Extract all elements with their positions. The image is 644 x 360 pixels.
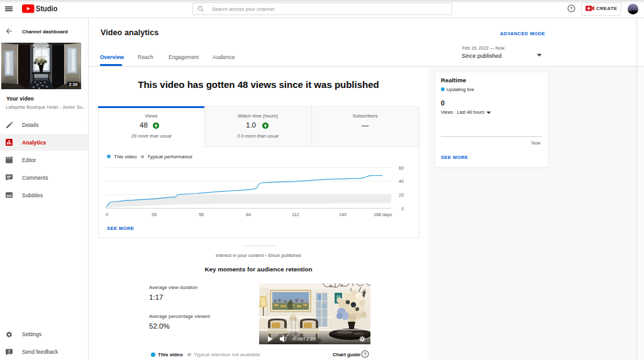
svg-text:0:00 / 2:29: 0:00 / 2:29	[293, 336, 316, 342]
svg-text:?: ?	[570, 6, 573, 11]
svg-text:?: ?	[364, 351, 367, 357]
